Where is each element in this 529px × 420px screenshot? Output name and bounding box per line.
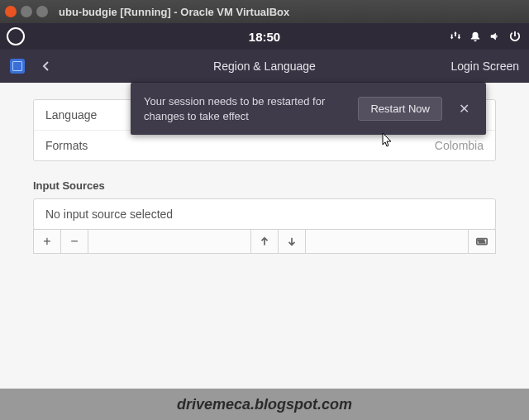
sound-icon[interactable] bbox=[489, 31, 501, 42]
input-sources-empty: No input source selected bbox=[34, 199, 495, 229]
svg-rect-4 bbox=[479, 242, 485, 243]
input-sources-toolbar: + − bbox=[33, 229, 496, 254]
back-button[interactable] bbox=[40, 60, 53, 73]
input-sources-list: No input source selected bbox=[33, 198, 496, 230]
vm-title: ubu-budgie [Running] - Oracle VM Virtual… bbox=[59, 6, 289, 18]
row-label: Language bbox=[45, 108, 97, 122]
row-label: Formats bbox=[45, 139, 88, 152]
svg-rect-3 bbox=[483, 240, 484, 241]
input-sources-section: Input Sources No input source selected +… bbox=[33, 179, 496, 254]
watermark-text: drivemeca.blogspot.com bbox=[177, 396, 352, 413]
watermark-bar: drivemeca.blogspot.com bbox=[0, 389, 529, 420]
row-value: Colombia bbox=[435, 139, 484, 152]
move-up-button[interactable] bbox=[250, 229, 279, 254]
restart-notification: Your session needs to be restarted for c… bbox=[131, 83, 486, 135]
keyboard-layout-button[interactable] bbox=[468, 229, 496, 254]
panel-clock[interactable]: 18:50 bbox=[249, 30, 280, 44]
notification-close-button[interactable]: ✕ bbox=[455, 101, 473, 117]
system-tray bbox=[450, 31, 521, 42]
settings-app-icon[interactable] bbox=[10, 59, 25, 74]
top-panel: 18:50 bbox=[0, 23, 529, 50]
window-maximize-button[interactable] bbox=[36, 6, 48, 17]
input-sources-heading: Input Sources bbox=[33, 179, 496, 192]
mouse-cursor bbox=[382, 132, 393, 149]
remove-input-source-button[interactable]: − bbox=[60, 229, 88, 254]
power-icon[interactable] bbox=[509, 31, 521, 42]
login-screen-button[interactable]: Login Screen bbox=[450, 60, 519, 73]
updates-icon[interactable] bbox=[450, 31, 461, 42]
formats-row[interactable]: Formats Colombia bbox=[34, 131, 495, 160]
vm-titlebar: ubu-budgie [Running] - Oracle VM Virtual… bbox=[0, 0, 529, 23]
notifications-icon[interactable] bbox=[469, 31, 481, 42]
restart-now-button[interactable]: Restart Now bbox=[358, 97, 442, 121]
window-minimize-button[interactable] bbox=[21, 6, 32, 17]
svg-rect-1 bbox=[479, 240, 480, 241]
header-title: Region & Language bbox=[213, 60, 316, 73]
window-close-button[interactable] bbox=[5, 6, 17, 17]
settings-header-bar: Region & Language Login Screen bbox=[0, 50, 529, 83]
add-input-source-button[interactable]: + bbox=[33, 229, 61, 254]
budgie-menu-icon[interactable] bbox=[7, 27, 25, 45]
notification-message: Your session needs to be restarted for c… bbox=[144, 94, 345, 123]
svg-rect-2 bbox=[480, 240, 482, 241]
move-down-button[interactable] bbox=[278, 229, 306, 254]
